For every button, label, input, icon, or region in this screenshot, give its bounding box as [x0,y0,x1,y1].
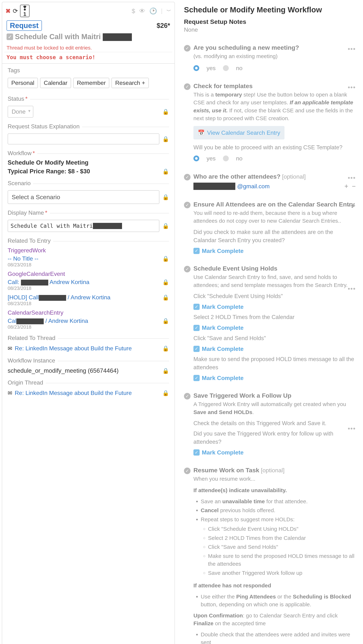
attendee-email[interactable]: @gmail.com [237,182,270,190]
redacted [39,295,66,301]
lock-icon[interactable]: 🔒 [162,194,169,200]
mark-complete[interactable]: Mark Complete [202,448,244,457]
tags-list: Personal Calendar Remember Research + [2,75,174,92]
mark-complete[interactable]: Mark Complete [202,345,244,353]
task-checkbox[interactable]: ✓ [194,304,200,310]
more-icon[interactable]: ••• [348,202,356,210]
mark-complete[interactable]: Mark Complete [202,374,244,382]
lock-icon[interactable]: 🔒 [162,223,169,229]
calendar-icon: 📅 [198,129,204,137]
more-icon[interactable]: ••• [348,45,356,53]
radio-yes[interactable] [194,156,199,161]
thread-link[interactable]: Re: LinkedIn Message about Build the Fut… [15,345,132,352]
add-attendee-icon[interactable]: + [344,182,348,191]
step-desc: You will need to re-add them, because th… [194,208,356,227]
more-icon[interactable]: ••• [348,285,356,292]
tag[interactable]: Remember [73,78,109,88]
more-icon[interactable]: ••• [348,174,356,182]
close-icon[interactable]: ✖ [6,7,10,14]
entry-type: GoogleCalendarEvent [2,269,174,277]
step-new-meeting: ••• ✓ Are you scheduling a new meeting? … [184,40,356,79]
resume-list: Save an unavailable time for that attend… [201,496,356,580]
task-text: Click "Save and Send Holds" [194,333,356,344]
status-select[interactable]: Done [8,106,33,118]
envelope-icon: ✉ [8,390,12,396]
step-desc: (vs. modifying an existing meeting) [194,52,356,62]
remove-attendee-icon[interactable]: − [352,182,356,191]
more-icon[interactable]: ••• [348,425,356,432]
lock-icon[interactable]: 🔒 [162,294,169,300]
check-icon: ✓ [184,468,190,474]
redacted [21,280,48,286]
view-cse-button[interactable]: 📅 View Calendar Search Entry [194,126,284,140]
lock-icon[interactable]: 🔒 [162,279,169,285]
entry-link[interactable]: Call: Andrew Kortina [8,279,90,286]
entry-date: 08/23/2018 [2,301,174,308]
step-title: Resume Work on Task [194,467,259,474]
alert-badge[interactable]: ❢ 1 [20,5,30,17]
step-title: Save Triggered Work a Follow Up [194,392,292,399]
lock-icon[interactable]: 🔒 [162,256,169,262]
lock-icon[interactable]: 🔒 [162,345,169,352]
page-title: Schedule Call with Maitri [15,32,132,41]
lock-icon[interactable]: 🔒 [162,368,169,374]
more-icon[interactable]: ••• [348,84,356,91]
check-icon: ✓ [184,45,190,52]
divider: | [161,8,162,14]
rse-input[interactable] [8,134,159,144]
workflow-label: Workflow* [8,150,35,156]
eye-icon[interactable]: 👁 [139,8,145,14]
request-badge[interactable]: Request [6,20,42,31]
optional-label: [optional] [261,467,284,474]
scenario-select[interactable]: Select a Scenario [8,190,159,204]
mark-complete[interactable]: Mark Complete [202,247,244,255]
price-range: Typical Price Range: $8 - $30 [8,168,90,175]
refresh-icon[interactable]: ⟳ [13,7,18,14]
lock-icon[interactable]: 🔒 [162,168,169,174]
task-checkbox[interactable]: ✓ [194,346,200,352]
task-checkbox[interactable]: ✓ [194,375,200,381]
entry-link[interactable]: Cal / Andrew Kortina [8,318,88,324]
optional-label: [optional] [282,173,306,180]
entry-link[interactable]: [HOLD] Call / Andrew Kortina [8,294,110,301]
lock-icon[interactable]: 🔒 [162,318,169,324]
clock-icon[interactable]: 🕑 [149,7,157,14]
step-desc: Use Calendar Search Entry to find, save,… [194,272,356,291]
resume-list: Double check that the attendees were add… [201,629,356,644]
left-panel: ✖ ⟳ ❢ 1 $ 👁 🕑 | ﹀ Request $26* ✓ [2,2,175,644]
lock-icon[interactable]: 🔒 [162,390,169,396]
check-icon: ✓ [184,174,190,180]
entry-link[interactable]: -- No Title -- [8,255,38,262]
step-sub: Check the details on this Triggered Work… [194,418,356,428]
tag[interactable]: Personal [8,78,38,88]
lock-icon[interactable]: 🔒 [162,108,169,115]
task-checkbox[interactable]: ✓ [194,325,200,331]
lock-icon[interactable]: 🔒 [162,136,169,142]
radio-yes[interactable] [194,65,199,71]
envelope-icon: ✉ [8,345,12,352]
step-question: Did you save the Triggered Work entry fo… [194,428,356,447]
workflow-name: Schedule Or Modify Meeting [2,158,174,167]
chevron-down-icon[interactable]: ﹀ [166,8,171,14]
tag[interactable]: Research + [112,78,149,88]
exclaim-icon: ❢ [22,5,27,11]
resume-list: Use either the Ping Attendees or the Sch… [201,591,356,610]
mark-complete[interactable]: Mark Complete [202,302,244,311]
task-checkbox[interactable]: ✓ [194,449,200,456]
task-text: Select 2 HOLD Times from the Calendar [194,312,356,322]
related-entry-label: Related To Entry [8,238,51,244]
entry-type: CalendarSearchEntry [2,308,174,316]
dollar-icon[interactable]: $ [132,8,135,14]
title-checkbox[interactable]: ✓ [6,34,13,40]
step-desc: A Triggered Work Entry will automaticall… [194,400,356,418]
radio-no[interactable] [223,156,229,161]
mark-complete[interactable]: Mark Complete [202,324,244,332]
right-panel: Schedule or Modify Meeting Workflow Requ… [177,0,363,644]
entry-date: 08/23/2018 [2,262,174,269]
radio-no[interactable] [223,65,229,71]
origin-label: Origin Thread [8,379,43,386]
tag[interactable]: Calendar [40,78,71,88]
task-checkbox[interactable]: ✓ [194,248,200,254]
display-name-input[interactable]: Schedule Call with Maitri [8,220,159,232]
origin-link[interactable]: Re: LinkedIn Message about Build the Fut… [15,390,132,396]
